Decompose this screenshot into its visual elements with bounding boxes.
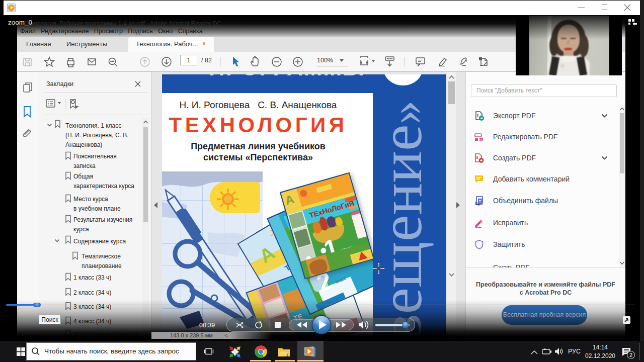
svg-text:2: 2 [629, 352, 632, 358]
